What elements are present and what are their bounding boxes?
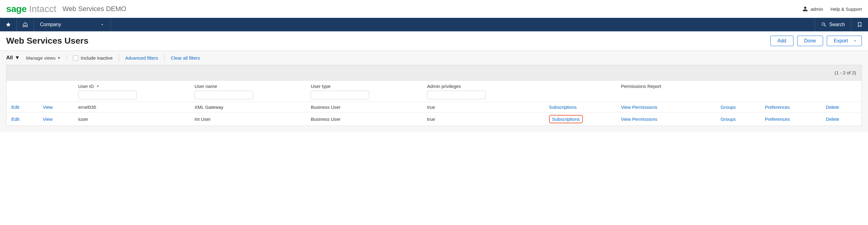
delete-link[interactable]: Delete [826,116,839,122]
username-cell: Int User [191,112,308,126]
add-button[interactable]: Add [770,36,793,46]
col-delete-header [823,80,862,102]
usertype-cell: Business User [308,102,424,112]
table-row: EditViewernel035XML GatewayBusiness User… [6,102,862,112]
include-inactive-label: Include inactive [81,55,113,61]
navbar: Company Search [0,18,868,31]
col-edit-header [6,80,40,102]
export-button[interactable]: Export [827,36,862,46]
delete-link[interactable]: Delete [826,105,839,110]
clear-filters-link[interactable]: Clear all filters [171,55,200,61]
divider [66,54,67,61]
usertype-cell: Business User [308,112,424,126]
username-header-label[interactable]: User name [195,84,217,89]
chevron-down-icon [100,23,104,27]
nav-company-menu[interactable]: Company [34,18,111,31]
subscriptions-link[interactable]: Subscriptions [549,115,583,123]
groups-link[interactable]: Groups [720,105,736,110]
divider [119,54,119,61]
username-cell: XML Gateway [191,102,308,112]
view-link[interactable]: View [43,105,53,110]
view-permissions-link[interactable]: View Permissions [621,105,657,110]
col-view-header [40,80,75,102]
home-icon [23,22,28,27]
nav-company-label: Company [40,22,61,27]
table-container: (1 - 2 of 2) User ID ▼ User name [6,65,862,126]
col-perm-header: Permissions Report [618,80,718,102]
admin-header-label[interactable]: Admin privileges [427,84,461,89]
userid-cell: ernel035 [75,102,191,112]
nav-home[interactable] [17,18,34,31]
edit-link[interactable]: Edit [11,116,20,122]
col-username-header: User name [191,80,308,102]
caret-down-icon: ▼ [15,55,20,61]
header-top: sage Intacct Web Services DEMO admin Hel… [0,0,868,18]
nav-star[interactable] [0,18,17,31]
admin-cell: true [424,102,546,112]
table-wrap: (1 - 2 of 2) User ID ▼ User name [0,65,868,132]
users-table: User ID ▼ User name User type Ad [6,80,862,126]
nav-search-label: Search [829,22,845,27]
page-header: Web Services Users Add Done Export [0,31,868,51]
userid-filter-input[interactable] [78,91,137,99]
logo-intacct: Intacct [29,4,56,14]
header-left: sage Intacct Web Services DEMO [6,4,126,14]
manage-views[interactable]: Manage views ▼ [26,55,61,61]
star-icon [5,22,11,27]
nav-bookmark[interactable] [851,18,868,31]
header-right: admin Help & Support [802,6,862,12]
action-buttons: Add Done Export [770,36,862,46]
nav-spacer [111,18,815,31]
filter-bar: All ▼ Manage views ▼ Include inactive Ad… [0,51,868,65]
groups-link[interactable]: Groups [720,116,736,122]
bookmark-icon [857,22,863,27]
nav-search[interactable]: Search [815,18,851,31]
export-button-label: Export [834,38,848,44]
col-userid-header: User ID ▼ [75,80,191,102]
view-selector-label: All [6,55,13,61]
userid-header-label[interactable]: User ID [78,84,94,89]
usertype-filter-input[interactable] [311,91,369,99]
admin-filter-input[interactable] [427,91,486,99]
edit-link[interactable]: Edit [11,105,20,110]
search-icon [821,22,827,27]
perm-header-label[interactable]: Permissions Report [621,84,661,89]
username-filter-input[interactable] [195,91,253,99]
admin-cell: true [424,112,546,126]
view-link[interactable]: View [43,116,53,122]
user-name: admin [810,6,823,12]
usertype-header-label[interactable]: User type [311,84,331,89]
page-title: Web Services Users [6,36,88,46]
preferences-link[interactable]: Preferences [765,105,790,110]
user-menu[interactable]: admin [802,6,823,12]
app-title: Web Services DEMO [63,5,126,13]
checkbox-box [73,55,78,61]
user-icon [802,6,808,12]
logo: sage Intacct [6,4,56,14]
table-row: EditViewiuserInt UserBusiness UsertrueSu… [6,112,862,126]
userid-cell: iuser [75,112,191,126]
col-usertype-header: User type [308,80,424,102]
subscriptions-link[interactable]: Subscriptions [549,105,577,110]
view-permissions-link[interactable]: View Permissions [621,116,657,122]
chevron-down-icon [853,39,857,43]
caret-down-icon: ▼ [57,56,60,60]
col-subs-header [546,80,618,102]
view-selector[interactable]: All ▼ [6,55,20,61]
table-summary: (1 - 2 of 2) [6,65,862,80]
col-admin-header: Admin privileges [424,80,546,102]
done-button[interactable]: Done [797,36,823,46]
help-support-link[interactable]: Help & Support [831,6,862,12]
table-summary-text: (1 - 2 of 2) [835,70,856,75]
col-groups-header [717,80,762,102]
col-prefs-header [762,80,823,102]
logo-sage: sage [6,4,27,14]
advanced-filters-link[interactable]: Advanced filters [125,55,158,61]
sort-caret-icon: ▼ [96,84,99,88]
divider [164,54,165,61]
manage-views-label: Manage views [26,55,56,61]
preferences-link[interactable]: Preferences [765,116,790,122]
include-inactive-checkbox[interactable]: Include inactive [73,55,113,61]
